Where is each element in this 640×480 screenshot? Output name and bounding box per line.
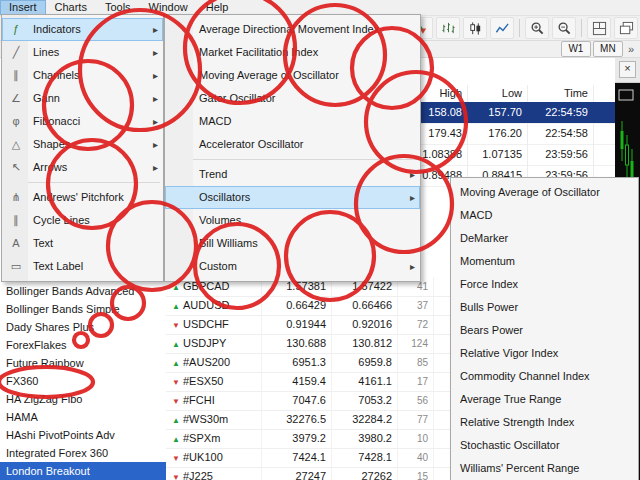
bid-value: 32276.5 [262, 410, 332, 429]
list-item[interactable]: HAMA [0, 408, 166, 426]
symbol-cell: #AUS200 [172, 353, 262, 372]
menu-item-label: Stochastic Oscillator [460, 439, 560, 451]
menu-item-momentum[interactable]: Momentum [451, 250, 638, 273]
mini-chart-titlebar: × [615, 57, 640, 83]
menu-item-accelerator[interactable]: Accelerator Oscillator [165, 133, 420, 156]
list-item[interactable]: Integrated Forex 360 [0, 444, 166, 462]
menu-item-volumes[interactable]: Volumes [165, 209, 420, 232]
zoom-out-icon[interactable] [552, 17, 576, 39]
menu-item-market-facilitation[interactable]: Market Facilitation Index [165, 41, 420, 64]
function-icon: ƒ [7, 18, 25, 41]
menu-charts[interactable]: Charts [46, 0, 96, 15]
menu-item-indicators[interactable]: ƒIndicators [2, 18, 163, 41]
column-time[interactable]: Time [528, 85, 594, 102]
menu-item-bulls-power[interactable]: Bulls Power [451, 296, 638, 319]
submenu-arrow-icon [153, 87, 158, 110]
menu-item-trend[interactable]: Trend [165, 163, 420, 186]
menu-item-arrows[interactable]: ↖Arrows [2, 156, 163, 179]
menu-item-label: Average Directional Movement Index [199, 23, 379, 35]
list-item[interactable]: ForexFlakes [0, 336, 166, 354]
price-trend-icon [172, 411, 183, 430]
low-value: 176.20 [468, 123, 528, 144]
menu-item-demarker[interactable]: DeMarker [451, 227, 638, 250]
menu-item-macd[interactable]: MACD [165, 110, 420, 133]
timeframe-w1-button[interactable]: W1 [561, 41, 591, 57]
menu-item-andrews-pitchfork[interactable]: ⋔Andrews' Pitchfork [2, 186, 163, 209]
close-icon[interactable]: × [619, 61, 636, 78]
toolbar-separator [519, 19, 520, 37]
menu-item-macd[interactable]: MACD [451, 204, 638, 227]
menu-item-label: Accelerator Oscillator [199, 138, 304, 150]
price-trend-icon [172, 392, 183, 411]
menu-item-williams-percent-range[interactable]: Williams' Percent Range [451, 457, 638, 480]
spread-value: 37 [398, 296, 434, 315]
menu-window[interactable]: Window [140, 0, 197, 15]
menu-item-label: Williams' Percent Range [460, 462, 579, 474]
ask-value: 7428.1 [332, 448, 398, 467]
menu-item-moving-average-oscillator[interactable]: Moving Average of Oscillator [165, 64, 420, 87]
menu-item-channels[interactable]: ∥Channels [2, 64, 163, 87]
insert-menu: ƒIndicators ╱Lines ∥Channels ∠Gann φFibo… [1, 14, 164, 282]
spread-value: 77 [398, 410, 434, 429]
menu-item-shapes[interactable]: △Shapes [2, 133, 163, 156]
menu-item-force-index[interactable]: Force Index [451, 273, 638, 296]
indicators-submenu: Average Directional Movement Index Marke… [164, 14, 421, 282]
list-item[interactable]: Bollinger Bands Advanced [0, 282, 166, 300]
list-item-fx360[interactable]: FX360 [0, 372, 166, 390]
gann-icon: ∠ [7, 87, 25, 110]
toolbar-overflow-chevron[interactable]: » [625, 43, 634, 55]
menu-item-text-label[interactable]: ▭Text Label [2, 255, 163, 278]
menu-item-fibonacci[interactable]: φFibonacci [2, 110, 163, 133]
menu-item-atr[interactable]: Average True Range [451, 388, 638, 411]
timeframe-mn-button[interactable]: MN [593, 41, 623, 57]
menu-item-bill-williams[interactable]: Bill Williams [165, 232, 420, 255]
bid-value: 7424.1 [262, 448, 332, 467]
price-trend-icon [172, 335, 183, 354]
line-chart-icon[interactable] [490, 17, 514, 39]
menu-item-admi[interactable]: Average Directional Movement Index [165, 18, 420, 41]
spread-value: 15 [398, 467, 434, 480]
bar-chart-icon[interactable] [436, 17, 460, 39]
menu-item-bears-power[interactable]: Bears Power [451, 319, 638, 342]
menu-item-label: Andrews' Pitchfork [33, 191, 124, 203]
menu-item-label: Bears Power [460, 324, 523, 336]
menu-item-label: Fibonacci [33, 115, 80, 127]
list-item[interactable]: HA ZigZag Fibo [0, 390, 166, 408]
menu-item-label: Text [33, 237, 53, 249]
symbol-cell: #J225 [172, 467, 262, 480]
menu-item-custom[interactable]: Custom [165, 255, 420, 278]
menu-item-lines[interactable]: ╱Lines [2, 41, 163, 64]
list-item[interactable]: Bollinger Bands Simple [0, 300, 166, 318]
column-low[interactable]: Low [468, 85, 528, 102]
menu-item-stochastic[interactable]: Stochastic Oscillator [451, 434, 638, 457]
menu-item-relative-vigor[interactable]: Relative Vigor Index [451, 342, 638, 365]
candlestick-chart-icon[interactable] [463, 17, 487, 39]
menu-item-ma-of-oscillator[interactable]: Moving Average of Oscillator [451, 181, 638, 204]
submenu-arrow-icon [153, 41, 158, 64]
menu-item-text[interactable]: AText [2, 232, 163, 255]
ask-value: 4161.1 [332, 372, 398, 391]
submenu-arrow-icon [153, 133, 158, 156]
menu-item-rsi[interactable]: Relative Strength Index [451, 411, 638, 434]
list-item[interactable]: HAshi PivotPoints Adv [0, 426, 166, 444]
menu-insert[interactable]: Insert [0, 0, 46, 15]
tile-windows-icon[interactable] [587, 17, 611, 39]
menu-help[interactable]: Help [197, 0, 238, 15]
fibonacci-icon: φ [7, 110, 25, 133]
menu-item-label: Market Facilitation Index [199, 46, 318, 58]
cycle-lines-icon: ∥ [7, 209, 25, 232]
cascade-windows-icon[interactable] [614, 17, 638, 39]
list-item-selected[interactable]: London Breakout [0, 462, 166, 480]
menu-item-label: Custom [199, 260, 237, 272]
menu-item-label: Lines [33, 46, 59, 58]
menu-item-oscillators[interactable]: Oscillators [165, 186, 420, 209]
zoom-in-icon[interactable] [525, 17, 549, 39]
menu-tools[interactable]: Tools [96, 0, 140, 15]
menu-item-cci[interactable]: Commodity Channel Index [451, 365, 638, 388]
list-item[interactable]: Future Rainbow [0, 354, 166, 372]
menu-item-gator[interactable]: Gator Oscillator [165, 87, 420, 110]
list-item[interactable]: Dady Shares Plus [0, 318, 166, 336]
menu-item-cycle-lines[interactable]: ∥Cycle Lines [2, 209, 163, 232]
symbol-cell: #WS30m [172, 410, 262, 429]
menu-item-gann[interactable]: ∠Gann [2, 87, 163, 110]
